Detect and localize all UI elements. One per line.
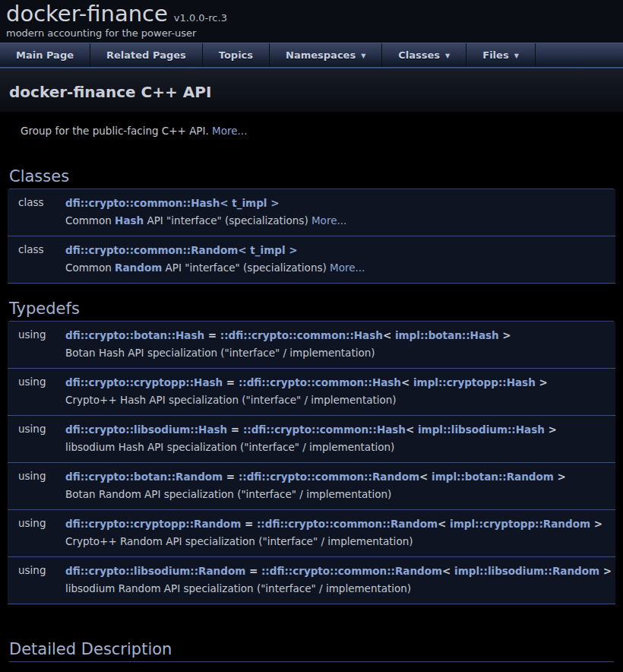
detailed-description-heading: Detailed Description — [9, 639, 614, 662]
nav-tab-namespaces[interactable]: Namespaces ▼ — [270, 43, 382, 67]
typedef-row: using dfi::crypto::cryptopp::Hash = ::df… — [8, 369, 615, 416]
template-open: < — [406, 423, 418, 436]
template-args: < t_impl > — [220, 197, 279, 209]
more-link[interactable]: More... — [312, 214, 346, 227]
template-close: > — [545, 423, 557, 436]
equals-sign: = — [245, 565, 261, 577]
classes-heading: Classes — [9, 166, 614, 189]
typedef-row: using dfi::crypto::botan::Hash = ::dfi::… — [8, 322, 615, 369]
main-nav: Main Page Related Pages Topics Namespace… — [0, 43, 623, 67]
class-row: class dfi::crypto::common::Hash< t_impl … — [8, 189, 615, 236]
member-description: Crypto++ Random API specialization ("int… — [65, 533, 615, 550]
template-close: > — [536, 376, 548, 388]
equals-sign: = — [223, 376, 239, 388]
equals-sign: = — [223, 471, 239, 483]
contents: Group for the public-facing C++ API. Mor… — [0, 125, 623, 672]
typedef-row: using dfi::crypto::cryptopp::Random = ::… — [8, 510, 615, 557]
typedef-name-link[interactable]: dfi::crypto::libsodium::Random — [65, 565, 245, 577]
nav-tab-topics[interactable]: Topics — [203, 43, 270, 67]
typedef-row: using dfi::crypto::libsodium::Hash = ::d… — [8, 416, 615, 463]
equals-sign: = — [241, 518, 257, 530]
more-link[interactable]: More... — [330, 262, 365, 274]
page-title: docker-finance C++ API — [9, 83, 614, 101]
nav-tab-main-page[interactable]: Main Page — [0, 43, 90, 67]
project-version: v1.0.0-rc.3 — [174, 12, 227, 24]
member-description: Crypto++ Hash API specialization ("inter… — [65, 391, 615, 408]
template-close: > — [590, 518, 602, 530]
template-close: > — [554, 471, 566, 483]
equals-sign: = — [227, 423, 243, 436]
typedef-impl-link[interactable]: impl::botan::Random — [432, 471, 554, 483]
project-brief: modern accounting for the power-user — [6, 27, 617, 39]
typedef-base-link[interactable]: ::dfi::crypto::common::Hash — [243, 423, 406, 436]
typedef-impl-link[interactable]: impl::libsodium::Hash — [418, 423, 545, 436]
chevron-down-icon: ▼ — [514, 51, 519, 59]
template-args: < t_impl > — [238, 244, 297, 256]
template-close: > — [599, 565, 612, 577]
classes-table: class dfi::crypto::common::Hash< t_impl … — [8, 189, 615, 284]
typedef-base-link[interactable]: ::dfi::crypto::common::Hash — [220, 329, 383, 341]
typedef-name-link[interactable]: dfi::crypto::botan::Hash — [65, 329, 204, 341]
typedef-impl-link[interactable]: impl::cryptopp::Random — [450, 518, 590, 530]
equals-sign: = — [204, 329, 220, 341]
member-keyword: using — [8, 563, 65, 597]
member-description: Botan Hash API specialization ("interfac… — [65, 344, 615, 361]
member-keyword: using — [8, 327, 65, 361]
typedef-name-link[interactable]: dfi::crypto::cryptopp::Hash — [65, 376, 223, 388]
class-name-link[interactable]: dfi::crypto::common::Hash< t_impl > — [65, 197, 279, 209]
template-open: < — [442, 565, 454, 577]
member-keyword: using — [8, 374, 65, 408]
chevron-down-icon: ▼ — [361, 51, 365, 59]
intro-text: Group for the public-facing C++ API. — [21, 125, 212, 137]
template-open: < — [401, 376, 413, 388]
typedef-name-link[interactable]: dfi::crypto::cryptopp::Random — [65, 518, 241, 530]
typedef-base-link[interactable]: ::dfi::crypto::common::Random — [261, 565, 442, 577]
class-desc-link[interactable]: Random — [115, 262, 162, 274]
page-header: docker-finance C++ API — [0, 68, 623, 112]
member-description: Common Hash API "interface" (specializat… — [65, 212, 615, 229]
template-close: > — [499, 329, 511, 341]
typedef-row: using dfi::crypto::botan::Random = ::dfi… — [8, 463, 615, 510]
typedef-impl-link[interactable]: impl::botan::Hash — [395, 329, 499, 341]
typedef-base-link[interactable]: ::dfi::crypto::common::Random — [257, 518, 438, 530]
typedef-impl-link[interactable]: impl::cryptopp::Hash — [413, 376, 536, 388]
typedef-impl-link[interactable]: impl::libsodium::Random — [454, 565, 599, 577]
nav-tab-classes[interactable]: Classes ▼ — [382, 43, 466, 67]
project-name: docker-finance — [6, 1, 168, 27]
member-keyword: class — [8, 195, 65, 229]
nav-tab-related-pages[interactable]: Related Pages — [90, 43, 203, 67]
member-keyword: using — [8, 421, 65, 455]
member-keyword: using — [8, 468, 65, 502]
chevron-down-icon: ▼ — [445, 51, 450, 59]
typedef-name-link[interactable]: dfi::crypto::libsodium::Hash — [65, 423, 227, 436]
typedef-base-link[interactable]: ::dfi::crypto::common::Hash — [239, 376, 401, 388]
nav-tab-files[interactable]: Files ▼ — [466, 43, 536, 67]
member-keyword: class — [8, 242, 65, 276]
typedef-row: using dfi::crypto::libsodium::Random = :… — [8, 557, 615, 604]
member-description: libsodium Hash API specialization ("inte… — [65, 439, 615, 455]
member-description: Botan Random API specialization ("interf… — [65, 486, 615, 502]
template-open: < — [383, 329, 395, 341]
typedef-name-link[interactable]: dfi::crypto::botan::Random — [65, 471, 223, 483]
template-open: < — [438, 518, 450, 530]
title-area: docker-finance v1.0.0-rc.3 modern accoun… — [0, 0, 623, 43]
class-desc-link[interactable]: Hash — [115, 214, 144, 227]
class-row: class dfi::crypto::common::Random< t_imp… — [8, 236, 615, 284]
typedef-base-link[interactable]: ::dfi::crypto::common::Random — [239, 471, 419, 483]
class-name-link[interactable]: dfi::crypto::common::Random< t_impl > — [65, 244, 298, 256]
member-description: libsodium Random API specialization ("in… — [65, 580, 615, 597]
template-open: < — [419, 471, 432, 483]
more-link[interactable]: More... — [212, 125, 247, 137]
typedefs-table: using dfi::crypto::botan::Hash = ::dfi::… — [8, 322, 615, 604]
member-description: Common Random API "interface" (specializ… — [65, 259, 615, 276]
member-keyword: using — [8, 515, 65, 550]
intro-paragraph: Group for the public-facing C++ API. Mor… — [21, 125, 615, 137]
typedefs-heading: Typedefs — [9, 299, 614, 322]
